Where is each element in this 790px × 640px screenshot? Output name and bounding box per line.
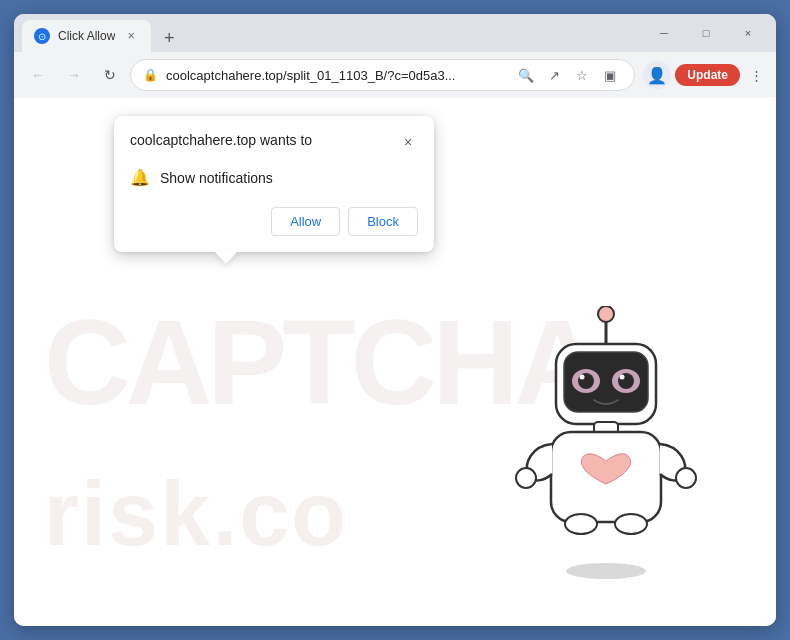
nav-bar: ← → ↻ 🔒 coolcaptchahere.top/split_01_110… [14,52,776,98]
popup-notification-label: Show notifications [160,170,273,186]
window-controls: ─ □ × [644,18,768,48]
svg-point-13 [676,468,696,488]
active-tab[interactable]: Click Allow × [22,20,151,52]
address-bar[interactable]: 🔒 coolcaptchahere.top/split_01_1103_B/?c… [130,59,635,91]
svg-point-12 [516,468,536,488]
svg-point-16 [566,563,646,579]
svg-point-15 [615,514,647,534]
popup-actions: Allow Block [114,199,434,252]
notification-popup: coolcaptchahere.top wants to × 🔔 Show no… [114,116,434,252]
bell-icon: 🔔 [130,168,150,187]
svg-point-14 [565,514,597,534]
browser-window: Click Allow × + ─ □ × ← → ↻ 🔒 coolcaptch… [14,14,776,626]
more-button[interactable]: ⋮ [744,63,768,87]
close-button[interactable]: × [728,18,768,48]
minimize-button[interactable]: ─ [644,18,684,48]
robot-illustration [496,306,716,586]
popup-notification-item: 🔔 Show notifications [114,160,434,199]
share-icon[interactable]: ↗ [542,63,566,87]
forward-button[interactable]: → [58,59,90,91]
tab-area: Click Allow × + [22,14,638,52]
toolbar-right: 👤 Update ⋮ [643,61,768,89]
allow-button[interactable]: Allow [271,207,340,236]
reload-button[interactable]: ↻ [94,59,126,91]
popup-tail [214,251,238,264]
tab-close-button[interactable]: × [123,28,139,44]
svg-point-9 [620,375,625,380]
svg-point-1 [598,306,614,322]
maximize-button[interactable]: □ [686,18,726,48]
svg-point-8 [580,375,585,380]
address-icons: 🔍 ↗ ☆ ▣ [514,63,622,87]
profile-button[interactable]: 👤 [643,61,671,89]
block-button[interactable]: Block [348,207,418,236]
title-bar: Click Allow × + ─ □ × [14,14,776,52]
lock-icon: 🔒 [143,68,158,82]
browser-content: CAPTCHA risk.co [14,98,776,626]
tab-title: Click Allow [58,29,115,43]
url-text: coolcaptchahere.top/split_01_1103_B/?c=0… [166,68,506,83]
popup-close-button[interactable]: × [398,132,418,152]
bookmark-icon[interactable]: ☆ [570,63,594,87]
back-button[interactable]: ← [22,59,54,91]
update-button[interactable]: Update [675,64,740,86]
split-icon[interactable]: ▣ [598,63,622,87]
watermark-bottom: risk.co [44,463,348,566]
popup-header: coolcaptchahere.top wants to × [114,116,434,160]
popup-title: coolcaptchahere.top wants to [130,132,312,148]
search-icon[interactable]: 🔍 [514,63,538,87]
tab-favicon [34,28,50,44]
new-tab-button[interactable]: + [155,24,183,52]
